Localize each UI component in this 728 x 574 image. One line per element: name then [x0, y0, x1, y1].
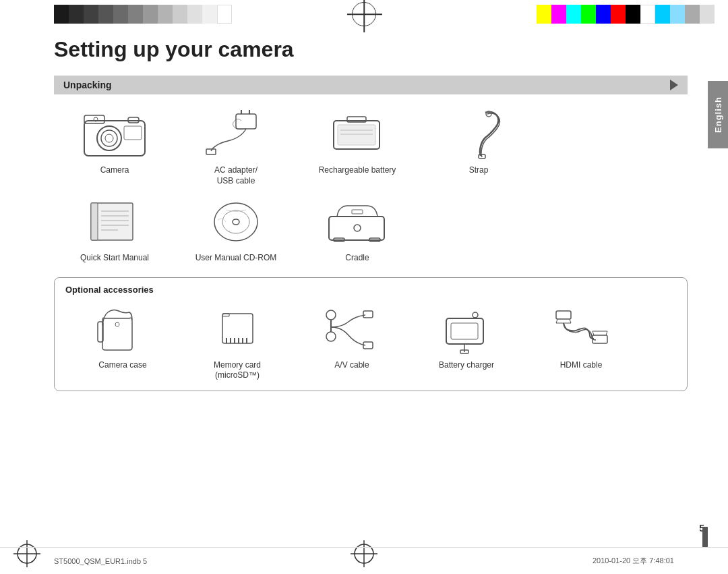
color-swatch — [670, 5, 685, 24]
color-swatch — [54, 5, 69, 24]
optional-title: Optional accessories — [65, 285, 676, 295]
unpacking-items: Camera — [54, 105, 688, 264]
svg-point-26 — [214, 203, 257, 241]
svg-rect-53 — [556, 311, 571, 319]
color-swatch — [98, 5, 113, 24]
battery-icon — [320, 105, 394, 163]
strap-label: Strap — [469, 165, 489, 176]
color-swatch — [596, 5, 611, 24]
unpacking-title: Unpacking — [63, 80, 112, 90]
svg-rect-54 — [593, 335, 607, 343]
cd-rom-icon — [199, 193, 273, 250]
color-swatch — [113, 5, 128, 24]
color-swatch — [685, 5, 700, 24]
main-content: Setting up your camera Unpacking — [54, 37, 688, 537]
color-swatch — [640, 5, 655, 24]
color-swatch — [611, 5, 626, 24]
unpacking-row-1: Camera — [54, 105, 688, 186]
battery-label: Rechargeable battery — [319, 165, 396, 176]
crosshair-top — [351, 0, 377, 28]
color-swatch — [655, 5, 670, 24]
svg-rect-4 — [84, 115, 104, 123]
item-av-cable: A/V cable — [295, 300, 409, 371]
color-swatch — [202, 5, 217, 24]
color-swatch — [128, 5, 143, 24]
optional-accessories-section: Optional accessories Camera — [54, 277, 688, 391]
color-swatch — [217, 5, 232, 24]
page-title: Setting up your camera — [54, 37, 688, 62]
color-swatch — [187, 5, 202, 24]
ac-adapter-icon — [199, 105, 273, 163]
svg-rect-14 — [338, 125, 375, 145]
hdmi-cable-icon — [544, 300, 618, 357]
cradle-label: Cradle — [345, 253, 369, 264]
svg-point-3 — [105, 134, 113, 142]
color-swatch — [581, 5, 596, 24]
language-label: English — [713, 96, 723, 133]
color-swatch — [143, 5, 158, 24]
item-camera: Camera — [54, 105, 175, 176]
quick-manual-label: Quick Start Manual — [80, 253, 149, 264]
svg-rect-6 — [124, 126, 142, 140]
svg-point-28 — [233, 219, 239, 225]
svg-point-43 — [326, 310, 336, 320]
svg-point-27 — [222, 210, 249, 233]
unpacking-header: Unpacking — [54, 76, 688, 94]
camera-case-label: Camera case — [98, 360, 146, 371]
item-ac-adapter: AC adapter/USB cable — [175, 105, 297, 186]
battery-charger-label: Battery charger — [439, 360, 494, 371]
color-swatch — [626, 5, 640, 24]
color-swatch — [173, 5, 187, 24]
camera-case-icon — [86, 300, 160, 357]
color-swatch — [700, 5, 715, 24]
cd-rom-label: User Manual CD-ROM — [195, 253, 277, 264]
item-cd-rom: User Manual CD-ROM — [175, 193, 297, 264]
footer-right: 2010-01-20 오후 7:48:01 — [593, 556, 674, 566]
svg-rect-29 — [329, 217, 384, 240]
top-color-bar — [0, 0, 728, 28]
battery-charger-icon — [429, 300, 504, 357]
svg-point-51 — [473, 312, 478, 318]
svg-rect-11 — [206, 149, 216, 154]
arrow-icon — [670, 80, 678, 90]
language-tab: English — [708, 81, 728, 148]
page-number-bar — [702, 527, 708, 547]
quick-manual-icon — [78, 193, 152, 250]
svg-rect-47 — [363, 311, 373, 318]
hdmi-cable-label: HDMI cable — [560, 360, 603, 371]
svg-point-35 — [115, 322, 119, 326]
color-swatch — [69, 5, 84, 24]
svg-rect-8 — [236, 114, 256, 129]
ac-adapter-label: AC adapter/USB cable — [214, 165, 257, 186]
cradle-icon — [320, 193, 394, 250]
item-memory-card: Memory card(microSD™) — [180, 300, 295, 381]
color-swatch — [566, 5, 581, 24]
strap-icon — [442, 105, 516, 163]
item-battery: Rechargeable battery — [297, 105, 418, 176]
av-cable-icon — [315, 300, 389, 357]
item-quick-manual: Quick Start Manual — [54, 193, 175, 264]
footer: ST5000_QSM_EUR1.indb 5 2010-01-20 오후 7:4… — [0, 547, 728, 574]
svg-rect-20 — [91, 203, 98, 240]
item-hdmi-cable: HDMI cable — [524, 300, 638, 371]
av-cable-label: A/V cable — [334, 360, 369, 371]
item-camera-case: Camera case — [65, 300, 180, 371]
camera-label: Camera — [100, 165, 129, 176]
unpacking-row-2: Quick Start Manual — [54, 193, 688, 264]
svg-point-33 — [354, 225, 361, 231]
svg-rect-30 — [352, 210, 363, 214]
svg-point-45 — [326, 332, 336, 341]
color-swatch — [158, 5, 173, 24]
item-cradle: Cradle — [297, 193, 418, 264]
color-strip-left — [54, 5, 232, 24]
optional-items-row: Camera case — [65, 300, 676, 381]
memory-card-label: Memory card(microSD™) — [214, 360, 261, 381]
color-swatch — [537, 5, 551, 24]
color-strip-right — [537, 5, 715, 24]
color-swatch — [84, 5, 98, 24]
item-strap: Strap — [418, 105, 539, 176]
memory-card-icon — [200, 300, 274, 357]
color-swatch — [551, 5, 566, 24]
footer-left: ST5000_QSM_EUR1.indb 5 — [54, 557, 147, 565]
svg-point-2 — [101, 130, 117, 146]
